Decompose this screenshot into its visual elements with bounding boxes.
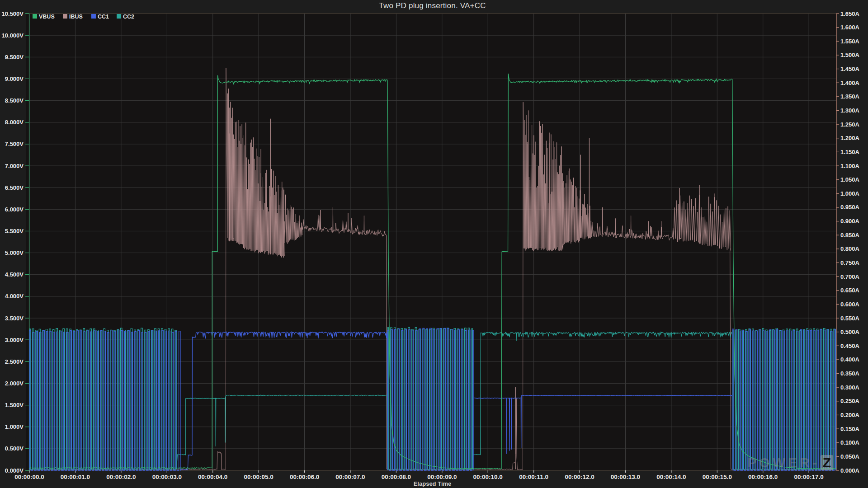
y-left-tick-label: 10.500V [2,10,24,17]
x-tick-label: 00:00:01.0 [61,474,90,480]
y-left-tick-label: 1.000V [5,423,24,430]
y-right-tick-label: 1.150A [840,149,860,155]
y-right-tick-label: 1.000A [840,190,860,197]
y-right-tick-label: 0.850A [840,232,860,239]
y-right-tick-label: 1.450A [840,66,860,72]
x-tick-label: 00:00:16.0 [748,474,778,480]
y-left-tick-label: 0.000V [5,467,24,474]
x-tick-label: 00:00:14.0 [656,474,686,480]
x-tick-label: 00:00:02.0 [106,474,136,480]
y-right-tick-label: 0.500A [840,328,860,335]
y-right-tick-label: 0.700A [840,273,860,280]
y-right-tick-label: 0.400A [840,356,860,363]
y-left-tick-label: 3.000V [5,337,24,343]
y-left-tick-label: 4.500V [5,271,24,278]
y-right-tick-label: 1.650A [840,10,860,17]
legend-label: CC1 [98,14,109,20]
y-right-tick-label: 1.100A [840,163,860,169]
x-tick-label: 00:00:06.0 [290,474,319,480]
y-left-tick-label: 9.000V [5,75,24,82]
y-right-tick-label: 0.800A [840,245,860,252]
y-right-tick-label: 0.650A [840,287,860,294]
y-right-tick-label: 0.550A [840,315,860,322]
y-left-tick-label: 3.500V [5,315,24,322]
y-right-tick-label: 1.600A [840,24,860,31]
vbus-swatch [33,14,37,19]
x-tick-label: 00:00:11.0 [519,474,548,480]
legend-label: CC2 [123,14,134,20]
y-right-tick-label: 1.550A [840,38,860,45]
y-left-tick-label: 8.500V [5,97,24,104]
y-right-tick-label: 0.000A [840,467,860,474]
x-tick-label: 00:00:09.0 [427,474,457,480]
y-right-tick-label: 0.100A [840,439,860,446]
x-tick-label: 00:00:07.0 [335,474,365,480]
y-left-tick-label: 9.500V [5,54,24,61]
watermark-z-badge: Z [821,455,833,470]
y-left-tick-label: 8.000V [5,119,24,126]
y-right-tick-label: 1.500A [840,52,860,58]
x-tick-label: 00:00:00.0 [14,474,44,480]
y-left-tick-label: 1.500V [5,402,24,408]
y-axis-left: 10.500V10.000V9.500V9.000V8.500V8.000V7.… [2,10,29,474]
legend-label: VBUS [39,14,55,20]
legend-label: IBUS [69,14,83,20]
x-tick-label: 00:00:17.0 [794,474,823,480]
y-left-tick-label: 6.500V [5,184,24,191]
cc2-swatch [117,14,121,19]
y-right-tick-label: 1.050A [840,176,860,183]
y-left-tick-label: 7.500V [5,141,24,147]
y-left-tick-label: 4.000V [5,293,24,300]
watermark-text: POWER- [747,455,819,470]
y-right-tick-label: 1.200A [840,135,860,141]
x-tick-label: 00:00:15.0 [703,474,732,480]
y-right-tick-label: 0.350A [840,370,860,377]
chart-canvas: 10.500V10.000V9.500V9.000V8.500V8.000V7.… [0,0,868,488]
x-tick-label: 00:00:12.0 [565,474,594,480]
y-right-tick-label: 1.350A [840,93,860,100]
y-left-tick-label: 7.000V [5,163,24,169]
y-right-tick-label: 1.250A [840,121,860,128]
y-right-tick-label: 0.950A [840,204,860,211]
y-right-tick-label: 0.750A [840,259,860,266]
x-tick-label: 00:00:10.0 [473,474,503,480]
y-right-tick-label: 0.250A [840,398,860,404]
y-right-tick-label: 0.050A [840,453,860,460]
x-axis: 00:00:00.000:00:01.000:00:02.000:00:03.0… [14,470,823,480]
y-left-tick-label: 5.000V [5,249,24,256]
power-z-chart-window: Two PD plug insertion. VA+CC 10.500V10.0… [0,0,868,488]
y-right-tick-label: 0.150A [840,426,860,432]
power-z-watermark: POWER-Z [747,455,833,470]
x-tick-label: 00:00:05.0 [244,474,273,480]
y-right-tick-label: 1.300A [840,107,860,114]
cc1-swatch [91,14,96,19]
x-tick-label: 00:00:04.0 [198,474,227,480]
x-axis-title: Elapsed Time [28,480,836,487]
x-tick-label: 00:00:08.0 [382,474,411,480]
y-left-tick-label: 6.000V [5,206,24,213]
x-tick-label: 00:00:03.0 [152,474,182,480]
y-left-tick-label: 5.500V [5,228,24,235]
ibus-swatch [63,14,67,19]
y-left-tick-label: 2.500V [5,358,24,365]
y-right-tick-label: 0.300A [840,384,860,391]
y-right-tick-label: 0.200A [840,412,860,418]
y-right-tick-label: 1.400A [840,80,860,86]
x-tick-label: 00:00:13.0 [611,474,640,480]
y-left-tick-label: 10.000V [2,32,24,39]
y-left-tick-label: 0.500V [5,445,24,452]
y-right-tick-label: 0.450A [840,343,860,349]
y-right-tick-label: 0.600A [840,301,860,308]
y-left-tick-label: 2.000V [5,380,24,387]
y-axis-right: 1.650A1.600A1.550A1.500A1.450A1.400A1.35… [836,10,860,474]
y-right-tick-label: 0.900A [840,218,860,225]
